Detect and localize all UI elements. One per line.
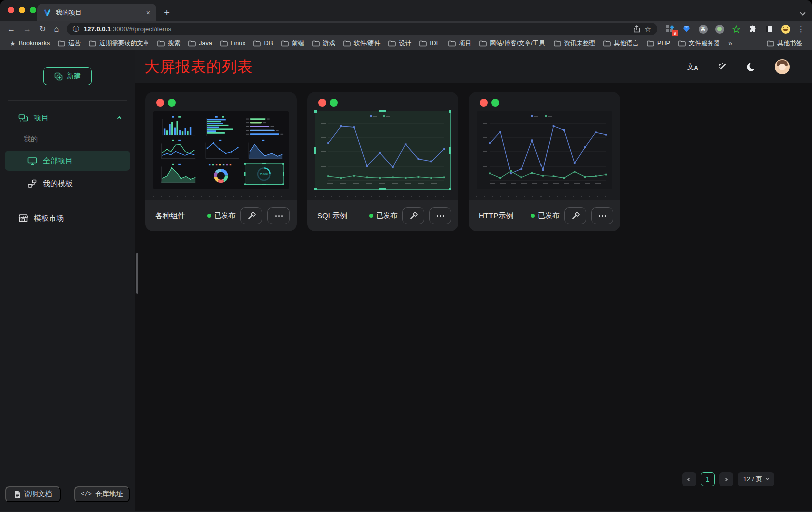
folder-icon: [603, 40, 611, 47]
bookmark-label: 项目: [459, 39, 471, 48]
bookmarks-overflow-chevron[interactable]: »: [724, 39, 736, 47]
current-page-button[interactable]: 1: [701, 472, 715, 486]
repo-button[interactable]: </> 仓库地址: [74, 486, 130, 502]
bookmark-folder[interactable]: 前端: [278, 38, 308, 49]
bookmark-folder[interactable]: 近期需要读的文章: [85, 38, 153, 49]
bookmarks-root[interactable]: ★ Bookmarks: [6, 39, 53, 48]
browser-menu-icon[interactable]: ⋮: [797, 25, 805, 34]
red-dot-icon: [156, 99, 164, 107]
fullscreen-window-button[interactable]: [30, 7, 36, 13]
bookmark-folder[interactable]: 项目: [445, 38, 475, 49]
other-bookmarks-group: 其他书签: [757, 38, 806, 49]
bookmarks-star-icon: ★: [10, 40, 16, 47]
folder-icon: [157, 40, 165, 47]
new-tab-button[interactable]: +: [159, 5, 174, 20]
dotted-divider: [476, 196, 613, 197]
other-bookmarks[interactable]: 其他书签: [763, 38, 806, 49]
bookmark-label: 其他语言: [614, 39, 639, 48]
extension-gem-icon[interactable]: [682, 24, 691, 34]
reload-icon[interactable]: ↻: [39, 25, 46, 33]
forward-icon[interactable]: →: [23, 25, 31, 33]
extension-star-icon[interactable]: [731, 24, 741, 34]
bookmarks-bar: ★ Bookmarks 运营 近期需要读的文章 搜索: [0, 37, 812, 50]
back-icon[interactable]: ←: [7, 25, 15, 33]
folder-icon: [343, 40, 351, 47]
share-icon[interactable]: [633, 25, 640, 33]
tab-search-chevron-icon[interactable]: [801, 8, 805, 17]
bookmark-folder[interactable]: 搜索: [154, 38, 184, 49]
folder-icon: [678, 40, 686, 47]
extension-sidebar-icon[interactable]: [764, 24, 774, 34]
url-bar[interactable]: ⓘ 127.0.0.1:3000/#/project/items ☆: [67, 23, 657, 35]
prev-page-button[interactable]: [682, 472, 696, 486]
bookmark-folder[interactable]: 游戏: [309, 38, 339, 49]
sidebar-item-all-projects[interactable]: 全部项目: [5, 151, 130, 171]
bookmark-folder[interactable]: Java: [185, 38, 215, 49]
edit-project-button[interactable]: [402, 207, 424, 224]
sidebar-group-project[interactable]: 项目: [18, 113, 121, 123]
new-project-button[interactable]: 新建: [43, 67, 92, 85]
bookmark-label: 设计: [399, 39, 411, 48]
folder-icon: [388, 40, 396, 47]
more-icon: [275, 215, 283, 217]
collapse-chevron-icon[interactable]: [117, 116, 121, 120]
bookmark-label: 搜索: [168, 39, 180, 48]
mini-horizontal-bar-chart: [200, 115, 242, 138]
language-icon[interactable]: 文A: [687, 62, 699, 72]
bookmark-folder[interactable]: 文件服务器: [675, 38, 724, 49]
more-actions-button[interactable]: [591, 207, 613, 224]
edit-project-button[interactable]: [240, 207, 262, 224]
bookmark-star-icon[interactable]: ☆: [645, 25, 651, 34]
docs-button[interactable]: 说明文档: [5, 486, 61, 502]
project-card[interactable]: 25.00% 各种组件 已发布: [145, 92, 297, 231]
bookmark-folder[interactable]: 运营: [54, 38, 84, 49]
tab-close-icon[interactable]: ×: [146, 9, 150, 17]
home-icon[interactable]: ⌂: [54, 25, 59, 33]
magic-wand-icon[interactable]: [718, 62, 727, 72]
folder-icon: [312, 40, 320, 47]
site-info-icon[interactable]: ⓘ: [73, 25, 79, 34]
extension-command-icon[interactable]: ⌘: [698, 24, 708, 34]
project-thumbnail[interactable]: [315, 111, 450, 189]
extension-grid-icon[interactable]: 9: [665, 24, 675, 34]
dark-mode-moon-icon[interactable]: [746, 62, 756, 72]
bookmark-folder[interactable]: IDE: [416, 38, 444, 49]
more-actions-button[interactable]: [267, 207, 290, 224]
mini-line-chart: [200, 139, 242, 161]
bookmark-folder[interactable]: PHP: [643, 38, 674, 49]
next-page-button[interactable]: [719, 472, 733, 486]
sidebar-item-template-market[interactable]: 模板市场: [5, 208, 130, 228]
card-footer: HTTP示例 已发布: [469, 200, 620, 231]
project-thumbnail[interactable]: 25.00%: [153, 111, 289, 189]
bookmark-folder[interactable]: 软件/硬件: [340, 38, 384, 49]
extensions-puzzle-icon[interactable]: [748, 24, 757, 34]
bookmark-folder[interactable]: DB: [250, 38, 276, 49]
monitor-icon: [27, 157, 37, 165]
extension-recorder-icon[interactable]: [715, 24, 724, 34]
project-card[interactable]: HTTP示例 已发布: [469, 92, 620, 231]
project-thumbnail[interactable]: [477, 111, 612, 189]
minimize-window-button[interactable]: [19, 7, 25, 13]
bookmark-label: Java: [199, 40, 212, 47]
close-window-button[interactable]: [8, 7, 14, 13]
browser-tab[interactable]: 我的项目 ×: [37, 4, 156, 21]
more-actions-button[interactable]: [429, 207, 451, 224]
edit-project-button[interactable]: [564, 207, 586, 224]
dotted-divider: [153, 196, 289, 197]
folder-icon: [188, 40, 196, 47]
user-avatar[interactable]: [775, 59, 790, 74]
extension-icons: 9 ⌘ ⋮: [665, 24, 805, 34]
bookmark-folder[interactable]: Linux: [217, 38, 249, 49]
bookmark-folder[interactable]: 资讯未整理: [550, 38, 599, 49]
page-size-select[interactable]: 12 / 页: [738, 472, 774, 486]
extension-emoji-icon[interactable]: [781, 24, 790, 34]
bookmark-folder[interactable]: 其他语言: [600, 38, 642, 49]
green-dot-icon: [168, 99, 176, 107]
project-card[interactable]: SQL示例 已发布: [307, 92, 458, 231]
screens-icon: [18, 114, 28, 123]
sidebar-item-my-templates[interactable]: 我的模板: [5, 174, 130, 194]
bookmark-folder[interactable]: 网站/博客/文章/工具: [476, 38, 549, 49]
card-footer: SQL示例 已发布: [307, 200, 458, 231]
project-title: SQL示例: [317, 211, 364, 221]
bookmark-folder[interactable]: 设计: [385, 38, 415, 49]
